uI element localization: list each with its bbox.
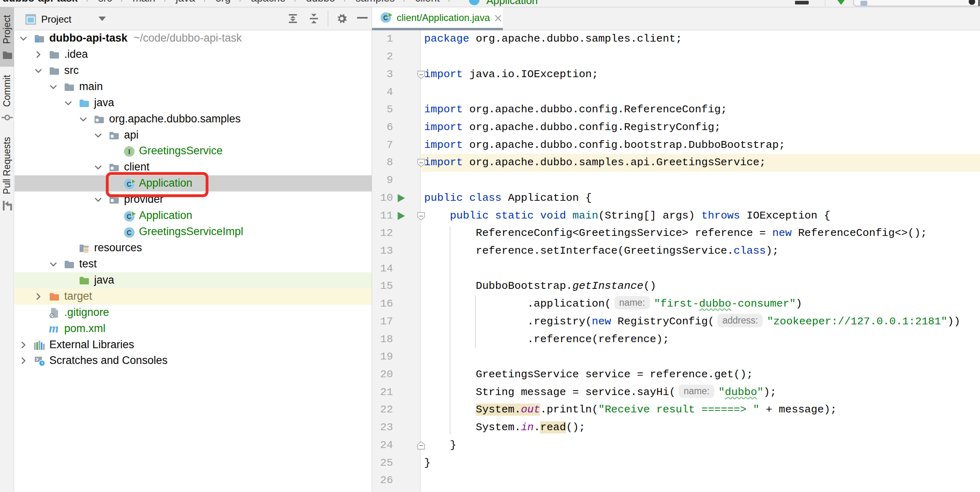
svg-text:C: C [127,229,132,236]
svg-text:C: C [383,15,388,21]
svg-text:C: C [127,213,132,220]
svg-text:I: I [128,148,131,156]
